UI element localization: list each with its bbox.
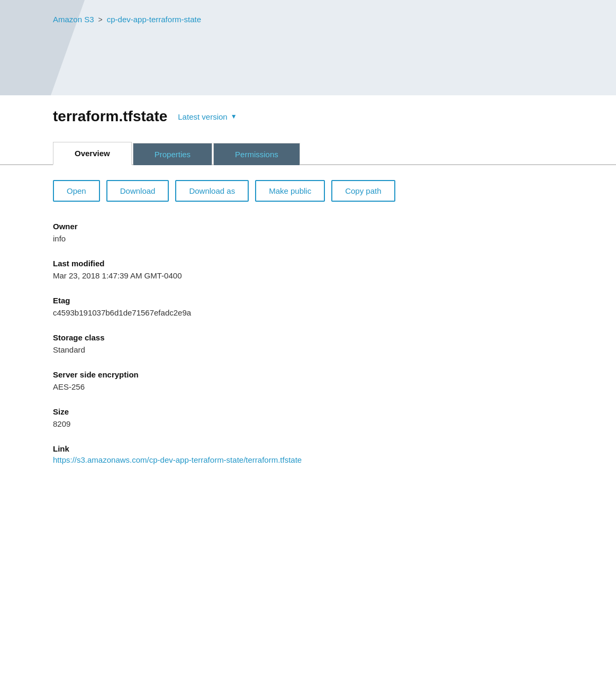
open-button[interactable]: Open [53, 180, 100, 202]
server-side-encryption-label: Server side encryption [53, 370, 563, 379]
title-area: terraform.tfstate Latest version ▼ [0, 95, 616, 125]
tab-overview[interactable]: Overview [53, 142, 132, 165]
link-value[interactable]: https://s3.amazonaws.com/cp-dev-app-terr… [53, 455, 302, 464]
details-container: Owner info Last modified Mar 23, 2018 1:… [0, 217, 616, 511]
version-dropdown[interactable]: Latest version ▼ [176, 111, 239, 122]
size-label: Size [53, 407, 563, 416]
owner-value: info [53, 233, 563, 244]
detail-owner: Owner info [53, 222, 563, 244]
detail-storage-class: Storage class Standard [53, 333, 563, 355]
detail-server-side-encryption: Server side encryption AES-256 [53, 370, 563, 392]
tab-properties[interactable]: Properties [133, 143, 212, 165]
make-public-button[interactable]: Make public [255, 180, 325, 202]
server-side-encryption-value: AES-256 [53, 381, 563, 392]
etag-label: Etag [53, 296, 563, 305]
storage-class-value: Standard [53, 344, 563, 355]
breadcrumb-current[interactable]: cp-dev-app-terraform-state [107, 15, 201, 24]
link-label: Link [53, 444, 563, 453]
breadcrumb: Amazon S3 > cp-dev-app-terraform-state [0, 0, 616, 24]
page-title: terraform.tfstate [53, 108, 167, 125]
top-bg: Amazon S3 > cp-dev-app-terraform-state [0, 0, 616, 95]
detail-last-modified: Last modified Mar 23, 2018 1:47:39 AM GM… [53, 259, 563, 281]
size-value: 8209 [53, 418, 563, 429]
version-label: Latest version [178, 112, 227, 121]
owner-label: Owner [53, 222, 563, 231]
copy-path-button[interactable]: Copy path [331, 180, 395, 202]
download-as-button[interactable]: Download as [175, 180, 249, 202]
tabs-container: Overview Properties Permissions [0, 130, 616, 165]
last-modified-value: Mar 23, 2018 1:47:39 AM GMT-0400 [53, 270, 563, 281]
tab-permissions[interactable]: Permissions [213, 143, 300, 165]
detail-link: Link https://s3.amazonaws.com/cp-dev-app… [53, 444, 563, 465]
actions-container: Open Download Download as Make public Co… [0, 165, 616, 217]
detail-etag: Etag c4593b191037b6d1de71567efadc2e9a [53, 296, 563, 318]
breadcrumb-separator: > [98, 15, 103, 24]
breadcrumb-parent-link[interactable]: Amazon S3 [53, 15, 94, 24]
detail-size: Size 8209 [53, 407, 563, 429]
download-button[interactable]: Download [106, 180, 169, 202]
storage-class-label: Storage class [53, 333, 563, 342]
page-container: Amazon S3 > cp-dev-app-terraform-state t… [0, 0, 616, 684]
etag-value: c4593b191037b6d1de71567efadc2e9a [53, 307, 563, 318]
chevron-down-icon: ▼ [231, 113, 237, 120]
last-modified-label: Last modified [53, 259, 563, 268]
